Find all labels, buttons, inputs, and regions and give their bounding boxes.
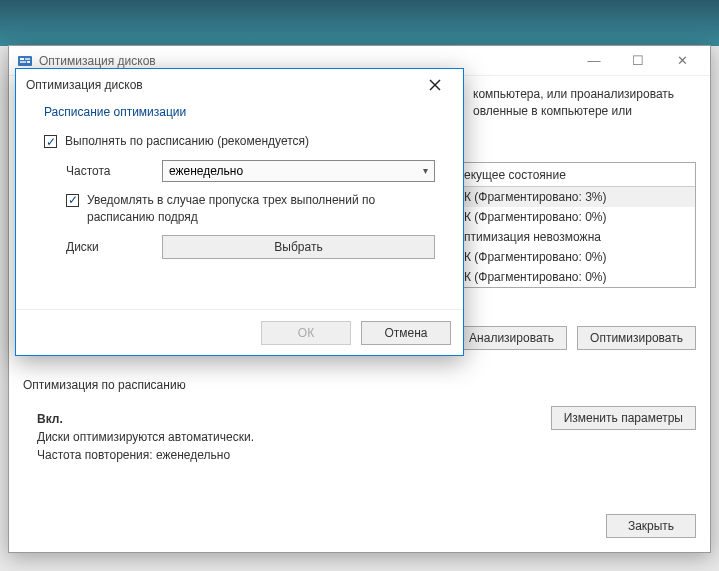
- optimize-button[interactable]: Оптимизировать: [577, 326, 696, 350]
- maximize-button[interactable]: ☐: [618, 49, 658, 73]
- cell-state: К (Фрагментировано: 0%): [456, 250, 615, 264]
- schedule-heading: Оптимизация по расписанию: [23, 378, 696, 392]
- schedule-freq-text: Частота повторения: еженедельно: [37, 448, 696, 462]
- defrag-icon: [17, 53, 33, 69]
- close-button[interactable]: ✕: [662, 49, 702, 73]
- cell-state: К (Фрагментировано: 3%): [456, 190, 615, 204]
- desc-frag-2: овленные в компьютере или: [473, 104, 632, 118]
- dialog-body: Расписание оптимизации ✓ Выполнять по ра…: [16, 105, 463, 259]
- cell-state: К (Фрагментировано: 0%): [456, 210, 615, 224]
- schedule-checkbox[interactable]: ✓: [44, 135, 57, 148]
- description-text: компьютера, или проанализировать овленны…: [473, 86, 674, 120]
- cell-state: птимизация невозможна: [456, 230, 609, 244]
- notify-checkbox[interactable]: ✓: [66, 194, 79, 207]
- frequency-select[interactable]: еженедельно ▾: [162, 160, 435, 182]
- notify-checkbox-row: ✓ Уведомлять в случае пропуска трех выпо…: [66, 192, 435, 226]
- svg-rect-2: [25, 58, 30, 60]
- svg-rect-4: [27, 61, 30, 63]
- dialog-footer: ОК Отмена: [16, 309, 463, 355]
- notify-checkbox-label: Уведомлять в случае пропуска трех выполн…: [87, 192, 435, 226]
- col-current-state[interactable]: екущее состояние: [456, 168, 574, 182]
- choose-disks-button[interactable]: Выбрать: [162, 235, 435, 259]
- frequency-value: еженедельно: [169, 164, 243, 178]
- frequency-row: Частота еженедельно ▾: [66, 160, 435, 182]
- svg-rect-1: [20, 58, 24, 60]
- cancel-button[interactable]: Отмена: [361, 321, 451, 345]
- dialog-heading: Расписание оптимизации: [44, 105, 435, 119]
- check-icon: ✓: [68, 194, 78, 206]
- change-params-button[interactable]: Изменить параметры: [551, 406, 696, 430]
- schedule-dialog: Оптимизация дисков Расписание оптимизаци…: [15, 68, 464, 356]
- schedule-auto-text: Диски оптимизируются автоматически.: [37, 430, 696, 444]
- schedule-checkbox-label: Выполнять по расписанию (рекомендуется): [65, 133, 309, 150]
- schedule-section: Оптимизация по расписанию Вкл. Диски опт…: [23, 378, 696, 466]
- disks-row: Диски Выбрать: [66, 235, 435, 259]
- disks-label: Диски: [66, 240, 162, 254]
- close-icon: [429, 79, 441, 91]
- cell-state: К (Фрагментировано: 0%): [456, 270, 615, 284]
- dialog-titlebar[interactable]: Оптимизация дисков: [16, 69, 463, 101]
- dialog-close-button[interactable]: [417, 70, 453, 100]
- check-icon: ✓: [46, 136, 56, 148]
- footer: Закрыть: [23, 514, 696, 538]
- desc-frag-1: компьютера, или проанализировать: [473, 87, 674, 101]
- schedule-checkbox-row: ✓ Выполнять по расписанию (рекомендуется…: [44, 133, 435, 150]
- ok-button[interactable]: ОК: [261, 321, 351, 345]
- analyze-button[interactable]: Анализировать: [456, 326, 567, 350]
- window-title: Оптимизация дисков: [39, 54, 574, 68]
- action-buttons: Анализировать Оптимизировать: [456, 326, 696, 350]
- minimize-button[interactable]: —: [574, 49, 614, 73]
- close-window-button[interactable]: Закрыть: [606, 514, 696, 538]
- dialog-title: Оптимизация дисков: [26, 78, 417, 92]
- svg-rect-3: [20, 61, 26, 63]
- window-controls: — ☐ ✕: [574, 49, 702, 73]
- frequency-label: Частота: [66, 164, 162, 178]
- chevron-down-icon: ▾: [423, 165, 428, 176]
